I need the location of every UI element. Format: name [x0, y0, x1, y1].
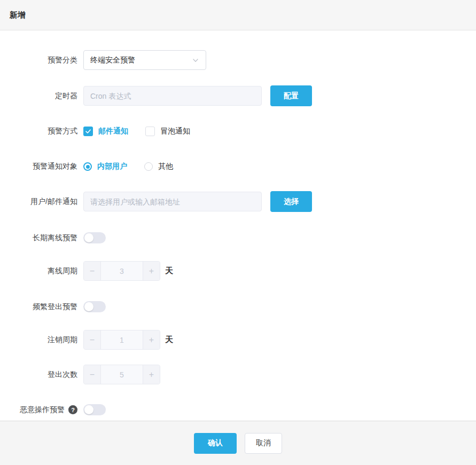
minus-icon[interactable]: − — [84, 262, 101, 280]
minus-icon[interactable]: − — [84, 330, 101, 349]
form-row-logout-period: 注销周期 − 1 + 天 — [0, 330, 476, 350]
method-option-bubble: 冒泡通知 — [145, 127, 190, 136]
logout-period-stepper: − 1 + — [83, 330, 160, 350]
user-notify-input[interactable] — [83, 192, 262, 211]
timer-label: 定时器 — [0, 91, 77, 101]
target-label: 预警通知对象 — [0, 162, 77, 171]
cron-input[interactable] — [83, 86, 262, 106]
help-icon[interactable]: ? — [68, 405, 77, 414]
plus-icon[interactable]: + — [143, 330, 160, 349]
bubble-checkbox-label[interactable]: 冒泡通知 — [160, 127, 190, 136]
offline-period-stepper: − 3 + — [83, 261, 160, 281]
form-row-category: 预警分类 终端安全预警 — [0, 50, 476, 70]
malicious-alert-label: 恶意操作预警 ? — [0, 405, 77, 415]
form-row-target: 预警通知对象 内部用户 其他 — [0, 162, 476, 171]
logout-period-unit: 天 — [165, 335, 173, 345]
alert-form: 预警分类 终端安全预警 定时器 配置 预警方式 — [0, 30, 476, 421]
offline-alert-label: 长期离线预警 — [0, 233, 77, 243]
form-row-method: 预警方式 邮件通知 冒泡通知 — [0, 127, 476, 136]
category-label: 预警分类 — [0, 56, 77, 65]
category-select-value: 终端安全预警 — [90, 56, 135, 65]
offline-period-unit: 天 — [165, 266, 173, 276]
logout-alert-label: 频繁登出预警 — [0, 302, 77, 312]
bubble-checkbox[interactable] — [145, 127, 155, 136]
logout-count-label: 登出次数 — [0, 370, 77, 380]
form-row-malicious-alert: 恶意操作预警 ? — [0, 404, 476, 415]
malicious-alert-label-text: 恶意操作预警 — [20, 405, 65, 415]
logout-count-value[interactable]: 5 — [101, 365, 143, 384]
dialog-title: 新增 — [10, 10, 26, 20]
other-radio-label[interactable]: 其他 — [158, 162, 173, 171]
method-option-email: 邮件通知 — [83, 127, 128, 136]
configure-button[interactable]: 配置 — [270, 85, 312, 106]
confirm-button[interactable]: 确认 — [194, 433, 237, 454]
toggle-knob — [84, 405, 93, 414]
malicious-alert-toggle[interactable] — [83, 404, 106, 415]
internal-user-radio-label[interactable]: 内部用户 — [97, 162, 127, 171]
form-row-timer: 定时器 配置 — [0, 85, 476, 106]
email-checkbox[interactable] — [83, 127, 93, 136]
target-option-internal: 内部用户 — [83, 162, 127, 171]
form-row-logout-count: 登出次数 − 5 + — [0, 365, 476, 384]
form-row-offline-period: 离线周期 − 3 + 天 — [0, 261, 476, 281]
logout-period-label: 注销周期 — [0, 335, 77, 345]
add-alert-dialog: 新增 预警分类 终端安全预警 定时器 配置 预警方式 — [0, 0, 476, 465]
method-label: 预警方式 — [0, 127, 77, 136]
logout-alert-toggle[interactable] — [83, 301, 106, 312]
toggle-knob — [84, 302, 93, 311]
dialog-footer: 确认 取消 — [0, 421, 476, 465]
chevron-down-icon — [192, 57, 199, 64]
check-icon — [85, 128, 91, 135]
form-row-user-notify: 用户/邮件通知 选择 — [0, 191, 476, 212]
cancel-button[interactable]: 取消 — [245, 433, 282, 454]
category-select[interactable]: 终端安全预警 — [83, 50, 206, 70]
internal-user-radio[interactable] — [83, 162, 92, 171]
other-radio[interactable] — [144, 162, 153, 171]
minus-icon[interactable]: − — [84, 365, 101, 384]
toggle-knob — [84, 233, 93, 242]
offline-period-label: 离线周期 — [0, 266, 77, 276]
dialog-header: 新增 — [0, 0, 476, 30]
email-checkbox-label[interactable]: 邮件通知 — [98, 127, 128, 136]
form-row-offline-alert: 长期离线预警 — [0, 232, 476, 243]
offline-period-value[interactable]: 3 — [101, 262, 143, 280]
logout-period-value[interactable]: 1 — [101, 330, 143, 349]
plus-icon[interactable]: + — [143, 365, 160, 384]
form-row-logout-alert: 频繁登出预警 — [0, 301, 476, 312]
user-notify-label: 用户/邮件通知 — [0, 197, 77, 207]
logout-count-stepper: − 5 + — [83, 365, 160, 384]
plus-icon[interactable]: + — [143, 262, 160, 280]
target-option-other: 其他 — [144, 162, 173, 171]
offline-alert-toggle[interactable] — [83, 232, 106, 243]
select-user-button[interactable]: 选择 — [270, 191, 312, 212]
